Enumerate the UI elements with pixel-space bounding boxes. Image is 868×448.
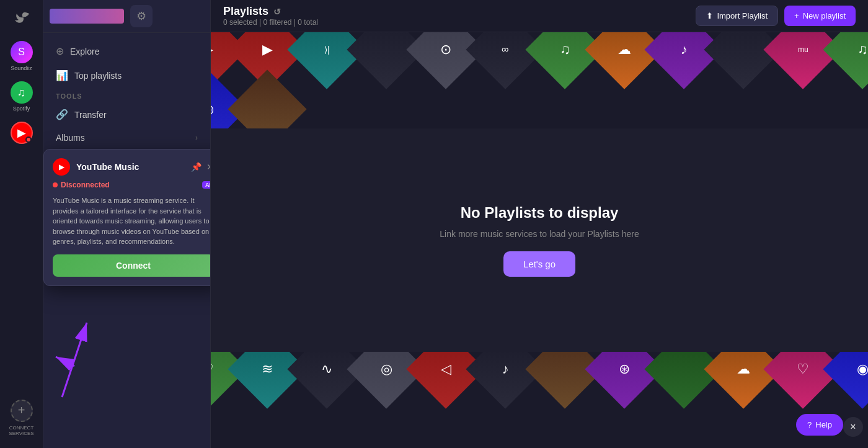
- top-playlists-label: Top playlists: [74, 71, 122, 81]
- explore-icon: ⊕: [56, 45, 64, 57]
- top-bar-left: Playlists ↺ 0 selected | 0 filtered | 0 …: [223, 5, 318, 27]
- upload-icon: ⬆: [706, 11, 713, 20]
- youtube-music-popup: ▶ YouTube Music 📌 ✕ Disconnected AI YouT…: [43, 149, 211, 286]
- content-area: ▶ ▶ ⟩| ⊙ ∞ ♫ ☁ ♪ mu ♫ ◉: [211, 32, 868, 448]
- spotify-label: Spotify: [13, 105, 30, 112]
- help-button[interactable]: ? Help: [796, 414, 843, 436]
- add-icon: +: [11, 400, 33, 422]
- top-bar-actions: ⬆ Import Playlist + New playlist: [696, 6, 856, 26]
- connect-button[interactable]: Connect: [53, 254, 211, 277]
- page-title-area: Playlists ↺ 0 selected | 0 filtered | 0 …: [223, 5, 318, 27]
- disconnected-text: Disconnected: [61, 181, 110, 189]
- btile-3: ∿: [287, 352, 366, 409]
- tile-brown1: [228, 69, 306, 128]
- popup-pin-button[interactable]: 📌: [191, 162, 202, 172]
- spotify-avatar: ♫: [11, 81, 33, 104]
- btile-10: ☁: [704, 352, 782, 409]
- soundiiz-label: Soundiiz: [11, 65, 32, 71]
- popup-header: ▶ YouTube Music 📌 ✕: [53, 158, 211, 176]
- tile-dark2: ∞: [466, 32, 544, 89]
- ytmusic-avatar: ▶: [11, 122, 33, 144]
- ai-badge: AI: [202, 181, 211, 189]
- sidebar-item-spotify[interactable]: ♫ Spotify: [2, 78, 42, 115]
- add-service-btn[interactable]: + CONNECTSERVICES: [2, 396, 42, 441]
- tile-grey1: ⊙: [406, 32, 485, 89]
- gear-icon: ⚙: [136, 9, 146, 23]
- btile-5: ◁: [406, 352, 485, 409]
- sidebar-item-albums[interactable]: Albums ›: [43, 127, 210, 149]
- plus-icon: +: [794, 11, 799, 20]
- bottom-services-banner: ♡ ≋ ∿ ◎ ◁ ♪ ⊛ ☁ ♡ ◉: [211, 352, 868, 448]
- transfer-icon: 🔗: [56, 109, 68, 120]
- btile-8: ⊛: [585, 352, 663, 409]
- page-title-text: Playlists: [223, 5, 268, 18]
- btile-11: ♡: [763, 352, 842, 409]
- popup-title: YouTube Music: [76, 162, 185, 172]
- sidebar-header: ⚙: [43, 0, 210, 33]
- transfer-label: Transfer: [74, 110, 107, 120]
- explore-label: Explore: [70, 47, 99, 56]
- tile-deezer: ♪: [644, 32, 723, 89]
- user-name-placeholder: [50, 9, 124, 24]
- sidebar: ⚙ ⊕ Explore 📊 Top playlists Tools 🔗 Tran…: [43, 0, 211, 448]
- btile-4: ◎: [347, 352, 425, 409]
- page-title: Playlists ↺: [223, 5, 318, 18]
- ytmusic-popup-icon: ▶: [53, 158, 70, 176]
- sidebar-item-transfer[interactable]: 🔗 Transfer: [43, 102, 210, 127]
- app-logo-btn[interactable]: [2, 5, 42, 35]
- sidebar-item-soundiiz[interactable]: S Soundiiz: [2, 37, 42, 75]
- icon-bar: S Soundiiz ♫ Spotify ▶ + CONNECTSERVICES: [0, 0, 43, 448]
- help-label: Help: [815, 420, 832, 429]
- empty-state: No Playlists to display Link more music …: [211, 128, 868, 352]
- disconnected-badge: Disconnected AI: [53, 181, 211, 189]
- new-playlist-button[interactable]: + New playlist: [784, 6, 856, 26]
- popup-actions: 📌 ✕: [191, 162, 211, 172]
- tile-dark1: [347, 32, 425, 89]
- import-playlist-label: Import Playlist: [717, 11, 768, 20]
- empty-title: No Playlists to display: [461, 204, 619, 222]
- connect-services-label: CONNECTSERVICES: [9, 425, 33, 437]
- lets-go-button[interactable]: Let's go: [503, 251, 575, 277]
- albums-label: Albums: [56, 133, 85, 143]
- tile-dark3: [704, 32, 782, 89]
- bottom-diamond-tiles: ♡ ≋ ∿ ◎ ◁ ♪ ⊛ ☁ ♡ ◉: [211, 352, 868, 399]
- top-diamond-tiles: ▶ ▶ ⟩| ⊙ ∞ ♫ ☁ ♪ mu ♫ ◉: [211, 32, 868, 128]
- top-playlists-icon: 📊: [56, 69, 68, 81]
- soundiiz-avatar: S: [11, 41, 33, 63]
- popup-close-button[interactable]: ✕: [206, 162, 211, 172]
- top-services-banner: ▶ ▶ ⟩| ⊙ ∞ ♫ ☁ ♪ mu ♫ ◉: [211, 32, 868, 128]
- albums-arrow-icon: ›: [195, 133, 198, 142]
- gear-button[interactable]: ⚙: [130, 5, 153, 27]
- top-bar: Playlists ↺ 0 selected | 0 filtered | 0 …: [211, 0, 868, 32]
- btile-6: ♪: [466, 352, 544, 409]
- main-content: Playlists ↺ 0 selected | 0 filtered | 0 …: [211, 0, 868, 448]
- close-icon: ×: [850, 421, 856, 432]
- tools-section-label: Tools: [43, 87, 210, 102]
- help-close-button[interactable]: ×: [843, 417, 863, 437]
- btile-2: ≋: [228, 352, 306, 409]
- tile-spotify: ♫: [525, 32, 604, 89]
- popup-description: YouTube Music is a music streaming servi…: [53, 195, 211, 247]
- tile-soundcloud: ☁: [585, 32, 663, 89]
- help-icon: ?: [807, 420, 812, 429]
- import-playlist-button[interactable]: ⬆ Import Playlist: [696, 6, 778, 26]
- empty-subtitle: Link more music services to load your Pl…: [440, 229, 639, 239]
- new-playlist-label: New playlist: [803, 11, 846, 20]
- sidebar-item-explore[interactable]: ⊕ Explore: [43, 39, 210, 63]
- btile-7: [525, 352, 604, 409]
- tile-music: mu: [763, 32, 842, 89]
- refresh-icon[interactable]: ↺: [273, 7, 281, 17]
- sidebar-item-top-playlists[interactable]: 📊 Top playlists: [43, 63, 210, 87]
- page-stats: 0 selected | 0 filtered | 0 total: [223, 18, 318, 27]
- bird-icon: [11, 9, 33, 31]
- btile-9: [644, 352, 723, 409]
- disconnected-dot: [53, 182, 58, 187]
- sidebar-item-ytmusic[interactable]: ▶: [2, 118, 42, 148]
- tile-tidal: ⟩|: [287, 32, 366, 89]
